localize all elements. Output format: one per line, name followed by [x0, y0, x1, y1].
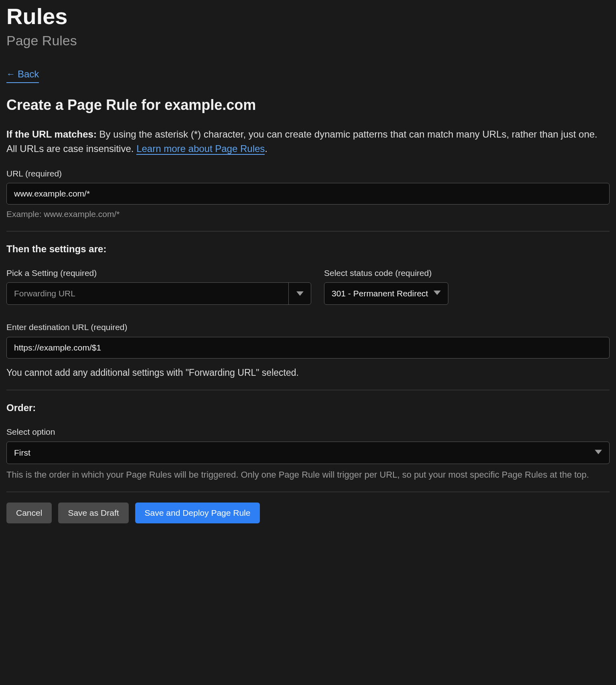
learn-more-link[interactable]: Learn more about Page Rules [136, 143, 265, 155]
status-code-select[interactable]: 301 - Permanent Redirect [324, 282, 448, 305]
order-select-label: Select option [6, 426, 610, 438]
save-draft-button[interactable]: Save as Draft [58, 503, 128, 523]
chevron-down-icon [434, 287, 441, 300]
pick-setting-value: Forwarding URL [7, 283, 288, 304]
url-hint: Example: www.example.com/* [6, 208, 610, 221]
chevron-down-icon [288, 283, 311, 304]
pick-setting-label: Pick a Setting (required) [6, 267, 311, 280]
chevron-down-icon [595, 446, 602, 459]
order-heading: Order: [6, 401, 610, 415]
status-code-value: 301 - Permanent Redirect [332, 287, 428, 300]
page-subtitle: Page Rules [6, 30, 610, 51]
intro-prefix: If the URL matches: [6, 129, 97, 140]
order-select[interactable]: First [6, 442, 610, 464]
intro-suffix: . [265, 143, 267, 154]
back-link[interactable]: ← Back [6, 67, 39, 83]
divider [6, 231, 610, 231]
page-title: Rules [6, 4, 610, 29]
svg-marker-0 [296, 292, 304, 296]
save-deploy-button[interactable]: Save and Deploy Page Rule [135, 503, 260, 523]
url-input[interactable] [6, 183, 610, 205]
form-heading: Create a Page Rule for example.com [6, 94, 610, 116]
order-help-text: This is the order in which your Page Rul… [6, 468, 610, 481]
svg-marker-1 [434, 291, 441, 295]
divider [6, 390, 610, 390]
intro-text: If the URL matches: By using the asteris… [6, 127, 610, 156]
destination-url-label: Enter destination URL (required) [6, 321, 610, 334]
cancel-button[interactable]: Cancel [6, 503, 52, 523]
url-label: URL (required) [6, 167, 610, 180]
status-code-label: Select status code (required) [324, 267, 448, 280]
destination-url-input[interactable] [6, 337, 610, 359]
pick-setting-select[interactable]: Forwarding URL [6, 282, 311, 305]
button-row: Cancel Save as Draft Save and Deploy Pag… [6, 503, 610, 523]
settings-heading: Then the settings are: [6, 242, 610, 256]
svg-marker-2 [595, 450, 602, 454]
order-select-value: First [14, 446, 30, 459]
arrow-left-icon: ← [6, 67, 15, 81]
back-link-label: Back [18, 67, 39, 81]
divider [6, 492, 610, 492]
forwarding-note: You cannot add any additional settings w… [6, 366, 610, 380]
